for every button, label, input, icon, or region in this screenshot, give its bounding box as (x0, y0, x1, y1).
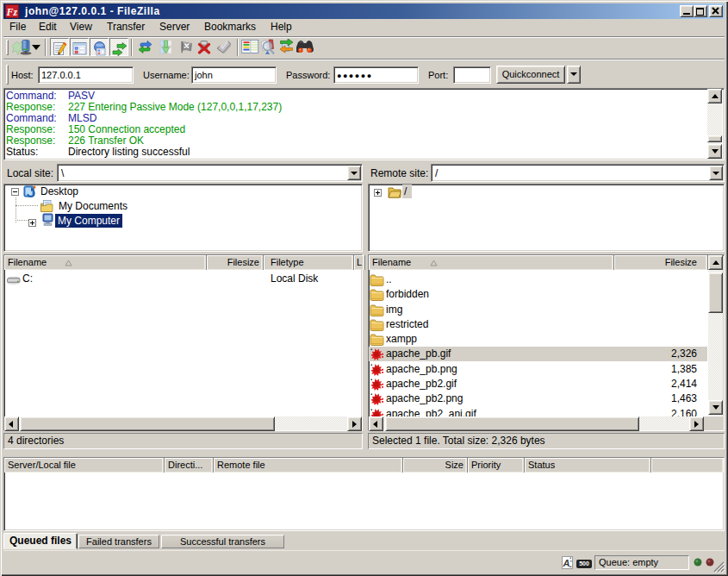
svg-text:A: A (563, 558, 570, 568)
svg-text:Fz: Fz (6, 6, 18, 18)
